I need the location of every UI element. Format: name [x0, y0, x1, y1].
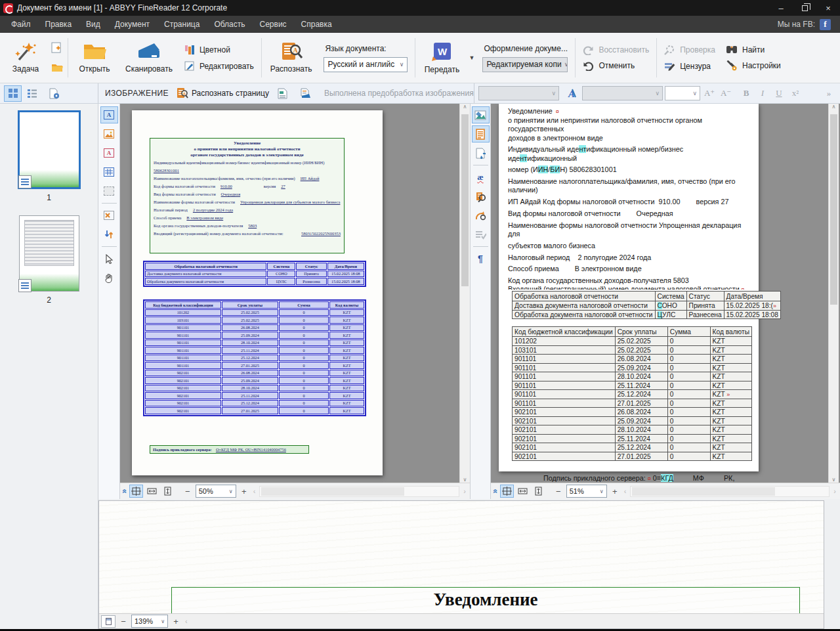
close-button[interactable]: × — [816, 0, 840, 16]
minimize-button[interactable]: – — [769, 0, 793, 16]
scrollbar-thumb[interactable] — [632, 487, 774, 496]
scan-button[interactable]: Сканировать — [119, 35, 179, 81]
settings-button[interactable]: Настройки — [726, 60, 781, 71]
censor-button[interactable]: Цензура — [664, 61, 715, 72]
recognized-text-line[interactable]: номер (ИИН/БИН) 580628301001 — [508, 165, 752, 174]
font-style-icon[interactable]: A — [562, 85, 579, 102]
open-button[interactable]: Открыть — [70, 35, 119, 81]
task-button[interactable]: Задача — [1, 35, 50, 81]
show-image-pane-button[interactable] — [472, 106, 490, 123]
recognized-text-line[interactable]: субъектов малого бизнеса — [508, 242, 752, 250]
table-row[interactable]: 90210128.10.20240KZT — [513, 425, 752, 435]
recognized-text-line[interactable]: доходов в электронном виде — [508, 134, 752, 142]
zoom-out-button[interactable]: − — [553, 485, 564, 497]
send-button[interactable]: W Передать — [417, 35, 466, 81]
edit-image-button[interactable]: Редактировать — [184, 61, 254, 72]
menu-item[interactable]: Документ — [108, 20, 157, 29]
show-text-pane-button[interactable] — [472, 125, 490, 142]
fit-page-button[interactable] — [129, 485, 143, 498]
fit-width-button[interactable] — [516, 485, 530, 498]
formatting-marks-button[interactable]: ¶ — [472, 250, 490, 267]
menu-item[interactable]: Правка — [38, 20, 79, 29]
recognized-text-line[interactable]: ИП Айдай Код формы налоговой отчетности … — [508, 198, 752, 206]
collapse-panel-icon[interactable]: « — [491, 489, 500, 494]
layout-mode-select[interactable]: Редактируемая копи∨ — [482, 57, 568, 72]
table-row[interactable]: 90210126.08.20240KZT — [513, 408, 752, 417]
menu-item[interactable]: Справка — [294, 20, 339, 29]
font-size-select[interactable]: ∨ — [665, 86, 700, 100]
select-cursor-tool[interactable] — [100, 250, 118, 267]
scroll-left-icon[interactable]: ‹ — [184, 617, 189, 625]
text-vertical-scrollbar[interactable]: ∧ ∨ — [828, 104, 839, 483]
thumbnails-view-button[interactable] — [4, 85, 22, 102]
zoom-out-button[interactable]: − — [117, 615, 129, 627]
special-characters-button[interactable]: æ — [472, 169, 490, 186]
table-area-tool[interactable] — [100, 163, 118, 181]
superscript-button[interactable]: x² — [788, 86, 803, 100]
text-area-tool[interactable]: A — [100, 106, 118, 123]
facebook-icon[interactable]: f — [820, 19, 831, 30]
new-task-button[interactable] — [50, 41, 64, 55]
redo-button[interactable]: Восстановить — [583, 45, 649, 55]
menu-item[interactable]: Вид — [79, 20, 108, 29]
recognized-text-line[interactable]: Способ приема В электронном виде — [508, 265, 752, 273]
font-style-select[interactable]: ∨ — [582, 86, 663, 100]
scrollbar-thumb[interactable] — [461, 114, 469, 286]
text-canvas[interactable]: Уведомление ¤о принятии или непринятии н… — [491, 104, 828, 483]
undo-button[interactable]: Отменить — [583, 61, 649, 71]
scroll-left-icon[interactable]: ‹ — [623, 487, 628, 495]
collapse-panel-icon[interactable]: « — [120, 489, 129, 494]
table-row[interactable]: Доставка документа налоговой отчетностиС… — [513, 301, 781, 311]
signature-line[interactable]: Подпись прикладного сервера: ¤ 0=КГД МФ … — [520, 466, 752, 483]
table-row[interactable]: 90110125.12.20240KZT » — [513, 390, 752, 399]
bold-button[interactable]: B — [739, 86, 753, 100]
scroll-right-icon[interactable]: › — [462, 487, 467, 495]
italic-button[interactable]: I — [755, 86, 770, 100]
delete-area-tool[interactable] — [100, 207, 118, 224]
recognized-text-page[interactable]: Уведомление ¤о принятии или непринятии н… — [499, 104, 759, 471]
menu-item[interactable]: Файл — [4, 20, 38, 29]
text-zoom-select[interactable]: 51%∨ — [566, 485, 607, 498]
recognize-page-button[interactable]: A Распознать страницу — [177, 87, 269, 99]
menu-item[interactable]: Страница — [157, 20, 207, 29]
color-mode-button[interactable]: Цветной — [184, 45, 254, 55]
table-row[interactable]: 90210125.12.20240KZT — [513, 443, 752, 452]
scrollbar-thumb[interactable] — [830, 114, 837, 305]
recognized-text-line[interactable]: Уведомление ¤ — [508, 107, 752, 116]
table-row[interactable]: 90210127.01.20250KZT — [513, 452, 752, 461]
recognized-text-line[interactable]: Код органа государственных доходов-получ… — [508, 276, 752, 285]
open-mini-button[interactable] — [50, 60, 64, 75]
recognize-button[interactable]: A Распознать — [264, 35, 319, 81]
verify-text-button[interactable] — [472, 188, 490, 205]
recognized-text-line[interactable]: Входящий (регистрационный) номер докумен… — [508, 285, 752, 290]
increase-font-button[interactable]: A⁺ — [702, 86, 717, 100]
fit-height-button[interactable] — [161, 485, 175, 498]
page-properties-button[interactable] — [45, 85, 63, 102]
preprocess-image-button[interactable] — [297, 85, 314, 102]
analyze-page-button[interactable] — [274, 85, 291, 102]
recognized-text-line[interactable]: Индивидуальный идентификационный номер/б… — [508, 145, 752, 162]
close-up-preview[interactable]: Уведомление о принятии или непринятии на… — [98, 500, 824, 629]
restore-button[interactable] — [793, 0, 816, 16]
table-row[interactable]: 90110127.01.20250KZT — [513, 399, 752, 408]
table-row[interactable]: 90110126.08.20240KZT — [513, 355, 752, 364]
reorder-areas-tool[interactable] — [100, 226, 118, 243]
recognition-area-tool[interactable] — [100, 183, 118, 200]
text-image-area-tool[interactable]: A — [100, 144, 118, 162]
scanned-document-page[interactable]: Уведомлениео принятии или непринятии нал… — [132, 110, 383, 475]
send-dropdown-button[interactable]: ▼ — [466, 54, 477, 61]
image-canvas[interactable]: Уведомлениео принятии или непринятии нал… — [120, 104, 459, 483]
recognized-text-line[interactable]: Наименование формы налоговой отчетности … — [508, 221, 752, 238]
page-thumbnail-1[interactable] — [18, 110, 81, 189]
toolbar-overflow-button[interactable]: » — [822, 86, 836, 100]
table-row[interactable]: 10310125.02.20250KZT — [513, 345, 752, 355]
fit-width-button[interactable] — [145, 485, 159, 498]
table-row[interactable]: 90110125.11.20240KZT — [513, 381, 752, 390]
scroll-right-icon[interactable]: › — [832, 487, 837, 495]
recognized-text-line[interactable]: Вид формы налоговой отчетности Очередная — [508, 209, 752, 218]
details-view-button[interactable] — [23, 85, 41, 102]
image-vertical-scrollbar[interactable]: ∧ ∨ — [459, 104, 470, 483]
image-zoom-select[interactable]: 50%∨ — [196, 485, 236, 498]
zoom-in-button[interactable]: + — [609, 485, 621, 497]
recognized-text-line[interactable]: о принятии или непринятии налоговой отче… — [508, 116, 752, 133]
